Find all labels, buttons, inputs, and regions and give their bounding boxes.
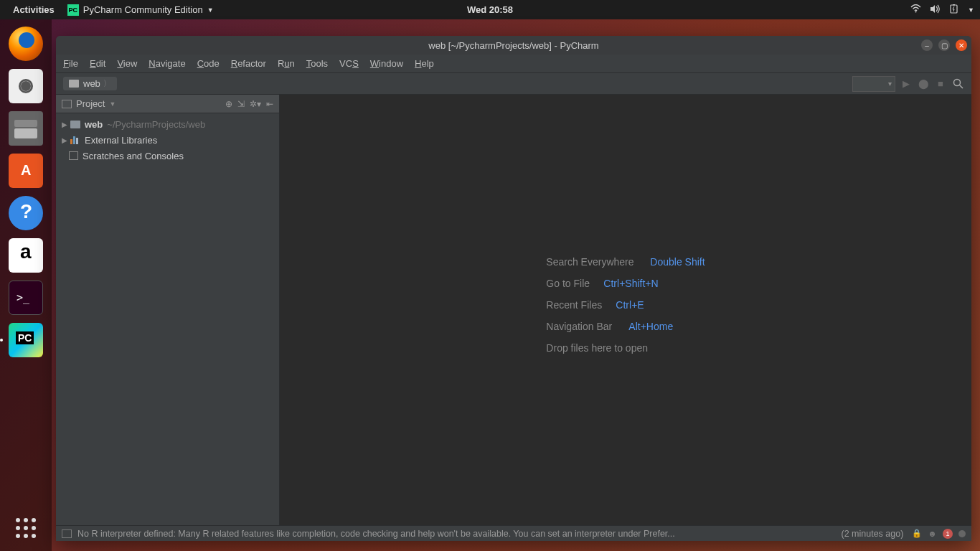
- amazon-launcher[interactable]: [9, 238, 43, 273]
- chevron-down-icon: ▼: [207, 6, 214, 14]
- svg-point-0: [915, 11, 917, 13]
- tree-root-name: web: [85, 119, 103, 130]
- gear-icon[interactable]: ✲▾: [250, 99, 261, 109]
- notification-badge[interactable]: 1: [943, 529, 953, 539]
- pycharm-window: web [~/PycharmProjects/web] - PyCharm – …: [56, 36, 971, 541]
- menu-run[interactable]: Run: [278, 58, 295, 69]
- svg-point-3: [953, 80, 960, 86]
- menu-file[interactable]: File: [63, 58, 78, 69]
- stop-button[interactable]: ■: [934, 77, 947, 90]
- minimize-button[interactable]: –: [921, 39, 933, 51]
- locate-icon[interactable]: ⊕: [225, 99, 232, 109]
- activities-button[interactable]: Activities: [6, 4, 62, 15]
- project-icon: [62, 100, 72, 108]
- svg-rect-2: [953, 4, 955, 6]
- scratch-icon: [69, 151, 78, 160]
- ubuntu-dock: [0, 19, 52, 551]
- folder-icon: [70, 121, 80, 128]
- library-icon: [70, 136, 80, 144]
- editor-empty-state[interactable]: Search Everywhere Double Shift Go to Fil…: [280, 95, 971, 525]
- hint-nav-key: Alt+Home: [628, 321, 673, 332]
- system-tray[interactable]: ▼: [910, 4, 974, 16]
- close-button[interactable]: ✕: [956, 39, 967, 51]
- tree-root-node[interactable]: ▶ web ~/PycharmProjects/web: [56, 116, 279, 132]
- pycharm-launcher[interactable]: [9, 323, 43, 357]
- breadcrumb[interactable]: web 〉: [63, 77, 117, 90]
- app-menu-label: PyCharm Community Edition: [83, 4, 203, 15]
- tool-windows-icon[interactable]: [62, 529, 72, 538]
- editor-hints: Search Everywhere Double Shift Go to Fil…: [546, 256, 705, 364]
- hide-icon[interactable]: ⇤: [266, 99, 273, 109]
- run-configuration-combo[interactable]: [852, 76, 895, 92]
- help-launcher[interactable]: [9, 196, 43, 230]
- process-indicator-icon[interactable]: [958, 530, 966, 537]
- hint-search-key: Double Shift: [650, 256, 705, 268]
- chevron-down-icon: ▼: [109, 100, 116, 108]
- files-launcher[interactable]: [9, 111, 43, 146]
- gnome-top-bar: Activities PC PyCharm Community Edition …: [0, 0, 980, 19]
- clock[interactable]: Wed 20:58: [467, 4, 513, 15]
- project-tool-header[interactable]: Project ▼ ⊕ ⇲ ✲▾ ⇤: [56, 95, 279, 113]
- search-icon[interactable]: [951, 77, 964, 90]
- app-menu[interactable]: PC PyCharm Community Edition ▼: [62, 4, 220, 16]
- rhythmbox-launcher[interactable]: [9, 69, 43, 103]
- navigation-bar: web 〉 ▶ ⬤ ■: [56, 73, 971, 95]
- menu-vcs[interactable]: VCS: [339, 58, 359, 69]
- tree-external-libraries[interactable]: ▶ External Libraries: [56, 132, 279, 148]
- chevron-down-icon[interactable]: ▼: [968, 6, 974, 14]
- hint-search-label: Search Everywhere: [546, 256, 650, 268]
- firefox-launcher[interactable]: [9, 27, 43, 61]
- menu-code[interactable]: Code: [197, 58, 220, 69]
- expand-arrow-icon[interactable]: ▶: [62, 121, 69, 128]
- volume-icon[interactable]: [930, 4, 941, 16]
- status-time: (2 minutes ago): [842, 529, 904, 539]
- lock-icon[interactable]: 🔒: [912, 529, 922, 538]
- menu-bar: File Edit View Navigate Code Refactor Ru…: [56, 55, 971, 73]
- hint-recent-label: Recent Files: [546, 299, 616, 311]
- terminal-launcher[interactable]: [9, 281, 43, 315]
- project-tree: ▶ web ~/PycharmProjects/web ▶ External L…: [56, 113, 279, 166]
- project-tool-window: Project ▼ ⊕ ⇲ ✲▾ ⇤ ▶ web ~/PycharmProjec…: [56, 95, 280, 525]
- tree-scratches[interactable]: Scratches and Consoles: [56, 148, 279, 164]
- project-tool-title: Project: [76, 98, 105, 109]
- maximize-button[interactable]: ▢: [938, 39, 950, 51]
- debug-button[interactable]: ⬤: [917, 77, 930, 90]
- pycharm-icon: PC: [67, 4, 79, 16]
- hint-recent-key: Ctrl+E: [616, 299, 644, 311]
- tree-root-path: ~/PycharmProjects/web: [107, 119, 205, 130]
- menu-edit[interactable]: Edit: [90, 58, 105, 69]
- chevron-right-icon: 〉: [103, 78, 111, 89]
- status-message[interactable]: No R interpreter defined: Many R related…: [77, 529, 837, 539]
- svg-line-4: [959, 85, 963, 89]
- hint-drop: Drop files here to open: [546, 342, 648, 354]
- title-bar[interactable]: web [~/PycharmProjects/web] - PyCharm – …: [56, 36, 971, 55]
- window-title: web [~/PycharmProjects/web] - PyCharm: [428, 40, 598, 51]
- hint-goto-label: Go to File: [546, 278, 603, 289]
- menu-view[interactable]: View: [117, 58, 137, 69]
- run-button[interactable]: ▶: [900, 77, 913, 90]
- wifi-icon[interactable]: [910, 4, 921, 15]
- tree-external-label: External Libraries: [85, 135, 157, 146]
- menu-tools[interactable]: Tools: [306, 58, 328, 69]
- status-bar: No R interpreter defined: Many R related…: [56, 525, 971, 541]
- menu-window[interactable]: Window: [370, 58, 403, 69]
- tree-scratches-label: Scratches and Consoles: [83, 151, 184, 161]
- hint-nav-label: Navigation Bar: [546, 321, 628, 332]
- battery-icon[interactable]: [949, 4, 959, 16]
- show-applications-button[interactable]: [16, 518, 36, 538]
- menu-navigate[interactable]: Navigate: [149, 58, 185, 69]
- menu-help[interactable]: Help: [415, 58, 434, 69]
- menu-refactor[interactable]: Refactor: [231, 58, 266, 69]
- inspector-icon[interactable]: ☻: [928, 529, 937, 539]
- expand-arrow-icon[interactable]: ▶: [62, 136, 69, 144]
- breadcrumb-root: web: [83, 78, 100, 89]
- software-launcher[interactable]: [9, 154, 43, 188]
- hint-goto-key: Ctrl+Shift+N: [603, 278, 658, 289]
- folder-icon: [69, 80, 79, 88]
- expand-icon[interactable]: ⇲: [237, 99, 245, 109]
